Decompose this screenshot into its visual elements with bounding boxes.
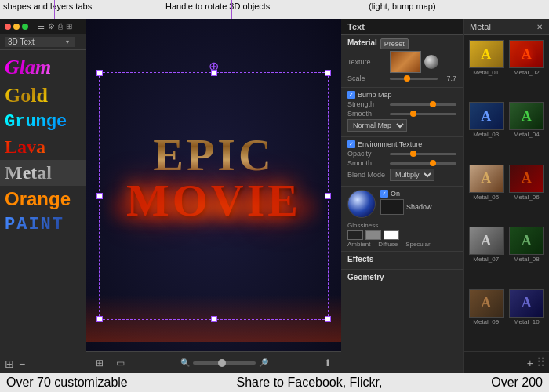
shadow-preview xyxy=(380,199,404,215)
scale-slider[interactable] xyxy=(390,78,438,80)
epic-movie-container: EPIC MOVIE xyxy=(126,132,301,223)
strength-slider-thumb[interactable] xyxy=(430,101,436,107)
preset-button[interactable]: Preset xyxy=(380,38,409,49)
specular-label: Specular xyxy=(405,241,431,248)
bump-map-section: ✓ Bump Map Strength Smooth Normal Map xyxy=(341,88,463,137)
bump-map-label: Bump Map xyxy=(358,91,392,99)
gallery-item-metal08[interactable]: A Metal_08 xyxy=(507,225,547,285)
gallery-name-metal02: Metal_02 xyxy=(514,69,540,76)
canvas-mode-button[interactable]: ▭ xyxy=(113,356,128,370)
annotation-bottom-middle: Share to Facebook, Flickr, xyxy=(237,376,383,390)
main-ui: ☰ ⚙ ⎙ ⊞ 3D Text ▾ Glam Gold Grunge Lava xyxy=(0,19,549,373)
close-button[interactable] xyxy=(5,24,11,30)
style-label-paint: PAINT xyxy=(5,215,64,234)
scale-label: Scale xyxy=(347,74,387,82)
style-item-metal[interactable]: Metal xyxy=(0,160,86,186)
smooth-slider-bump-thumb[interactable] xyxy=(410,111,416,117)
blend-mode-select[interactable]: Multiply xyxy=(390,169,434,181)
opacity-slider[interactable] xyxy=(390,153,456,155)
gallery-title: Metal xyxy=(470,22,491,31)
add-style-button[interactable]: ⊞ xyxy=(5,358,14,370)
annotation-bottom-right: Over 200 xyxy=(491,376,543,390)
gallery-item-metal04[interactable]: A Metal_04 xyxy=(507,100,547,161)
gallery-item-metal07[interactable]: A Metal_07 xyxy=(467,225,506,285)
gallery-thumb-metal03: A xyxy=(469,102,504,130)
normal-map-select[interactable]: Normal Map xyxy=(347,119,407,132)
opacity-slider-thumb[interactable] xyxy=(410,151,416,157)
strength-slider[interactable] xyxy=(390,103,456,106)
share-icon[interactable]: ⎙ xyxy=(58,22,63,31)
canvas-area[interactable]: EPIC MOVIE ⊕ ⊞ ▭ 🔍 xyxy=(86,19,341,373)
gallery-name-metal08: Metal_08 xyxy=(514,256,540,263)
ambient-label: Ambient xyxy=(347,241,370,248)
gallery-item-metal02[interactable]: A Metal_02 xyxy=(507,38,547,99)
glossiness-label: Glossiness xyxy=(347,222,378,229)
top-annotation-bar: shapes and layers tabs Handle to rotate … xyxy=(0,0,549,19)
gallery-item-metal03[interactable]: A Metal_03 xyxy=(467,100,506,161)
delete-style-button[interactable]: − xyxy=(19,358,25,370)
gallery-close-icon[interactable]: ✕ xyxy=(536,23,543,31)
smooth-slider-env[interactable] xyxy=(390,162,456,165)
strength-label: Strength xyxy=(347,100,387,108)
export-button[interactable]: ⬆ xyxy=(321,356,335,370)
smooth-slider-bump[interactable] xyxy=(390,113,456,115)
gallery-thumb-metal09: A xyxy=(469,289,504,318)
gallery-name-metal01: Metal_01 xyxy=(473,69,499,76)
gear-icon[interactable]: ⚙ xyxy=(48,22,55,31)
style-item-glam[interactable]: Glam xyxy=(0,53,86,82)
on-checkbox[interactable]: ✓ xyxy=(380,190,388,198)
gallery-drag-handle: ⠿ xyxy=(536,355,546,370)
material-label: Material xyxy=(347,38,377,47)
sphere-preview xyxy=(347,190,376,218)
gallery-item-metal09[interactable]: A Metal_09 xyxy=(467,288,506,348)
style-dropdown[interactable]: 3D Text xyxy=(5,37,75,47)
gallery-name-metal07: Metal_07 xyxy=(473,256,499,263)
gallery-thumb-metal10: A xyxy=(509,289,544,318)
texture-preview[interactable] xyxy=(390,51,421,73)
annotation-shapes-label: shapes and layers tabs xyxy=(3,2,92,11)
zoom-in-icon[interactable]: 🔎 xyxy=(259,358,268,367)
gallery-item-metal10[interactable]: A Metal_10 xyxy=(507,288,547,348)
gallery-header: Metal ✕ xyxy=(464,19,549,35)
add-canvas-button[interactable]: ⊞ xyxy=(93,356,107,370)
gallery-item-metal06[interactable]: A Metal_06 xyxy=(507,163,547,223)
gallery-item-metal01[interactable]: A Metal_01 xyxy=(467,38,506,99)
style-label-orange: Orange xyxy=(5,188,71,210)
specular-swatch[interactable] xyxy=(384,230,399,240)
gallery-item-metal05[interactable]: A Metal_05 xyxy=(467,163,506,223)
zoom-slider-track[interactable] xyxy=(193,361,256,365)
diffuse-label: Diffuse xyxy=(378,241,398,248)
ambient-swatch[interactable] xyxy=(347,230,363,240)
layers-icon[interactable]: ⊞ xyxy=(66,22,72,31)
gallery-thumb-metal06: A xyxy=(509,165,544,193)
style-item-grunge[interactable]: Grunge xyxy=(0,110,86,134)
style-label-glam: Glam xyxy=(5,56,51,79)
scale-slider-thumb[interactable] xyxy=(404,75,410,82)
minimize-button[interactable] xyxy=(13,24,20,30)
blend-mode-label: Blend Mode xyxy=(347,171,387,179)
canvas-content: EPIC MOVIE ⊕ xyxy=(86,19,341,373)
add-gallery-button[interactable]: + xyxy=(527,355,533,370)
style-label-lava: Lava xyxy=(5,136,45,158)
zoom-slider-thumb[interactable] xyxy=(218,359,226,367)
texture-sphere xyxy=(424,55,438,69)
effects-label: Effects xyxy=(347,255,373,263)
shadow-label: Shadow xyxy=(406,203,432,211)
menu-icon[interactable]: ☰ xyxy=(38,22,45,31)
gallery-thumb-metal05: A xyxy=(469,165,504,193)
left-panel-header: ☰ ⚙ ⎙ ⊞ xyxy=(0,19,86,34)
gallery-footer: + ⠿ xyxy=(464,351,549,373)
annotation-handle-label: Handle to rotate 3D objects xyxy=(165,2,270,11)
style-item-orange[interactable]: Orange xyxy=(0,186,86,212)
style-item-gold[interactable]: Gold xyxy=(0,82,86,110)
gallery-panel: Metal ✕ A Metal_01 A Metal_02 A Metal_03… xyxy=(463,19,549,373)
bump-map-checkbox[interactable]: ✓ xyxy=(347,91,355,99)
zoom-out-icon[interactable]: 🔍 xyxy=(180,358,190,367)
left-panel-footer: ⊞ − xyxy=(0,354,86,373)
env-texture-checkbox[interactable]: ✓ xyxy=(347,140,355,148)
smooth-slider-env-thumb[interactable] xyxy=(430,160,436,166)
style-item-paint[interactable]: PAINT xyxy=(0,212,86,237)
style-item-lava[interactable]: Lava xyxy=(0,134,86,160)
diffuse-swatch[interactable] xyxy=(365,230,381,240)
maximize-button[interactable] xyxy=(22,24,28,30)
